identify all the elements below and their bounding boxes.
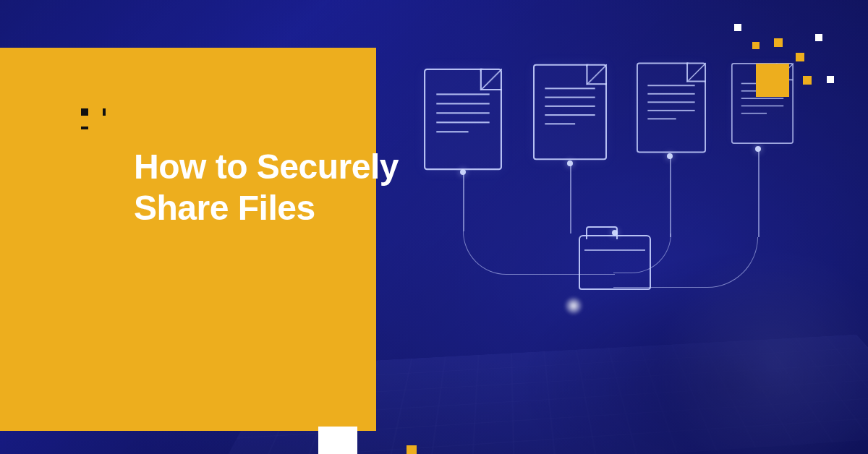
decorative-cluster-top-right bbox=[712, 24, 843, 125]
connector-line bbox=[463, 174, 464, 231]
document-icon bbox=[637, 63, 706, 153]
connector-dot bbox=[612, 230, 618, 236]
title-line-2: Share Files bbox=[134, 189, 315, 227]
accent-block bbox=[0, 48, 376, 431]
orange-square-icon bbox=[407, 445, 417, 454]
document-icon bbox=[533, 64, 607, 160]
connector-line bbox=[670, 158, 671, 237]
title-line-1: How to Securely bbox=[134, 147, 399, 186]
white-square-icon bbox=[318, 427, 357, 454]
page-title: How to Securely Share Files bbox=[134, 147, 399, 228]
folder-icon bbox=[579, 235, 651, 290]
connector-line bbox=[758, 150, 760, 237]
document-icon bbox=[424, 69, 502, 170]
connector-line bbox=[570, 165, 571, 234]
